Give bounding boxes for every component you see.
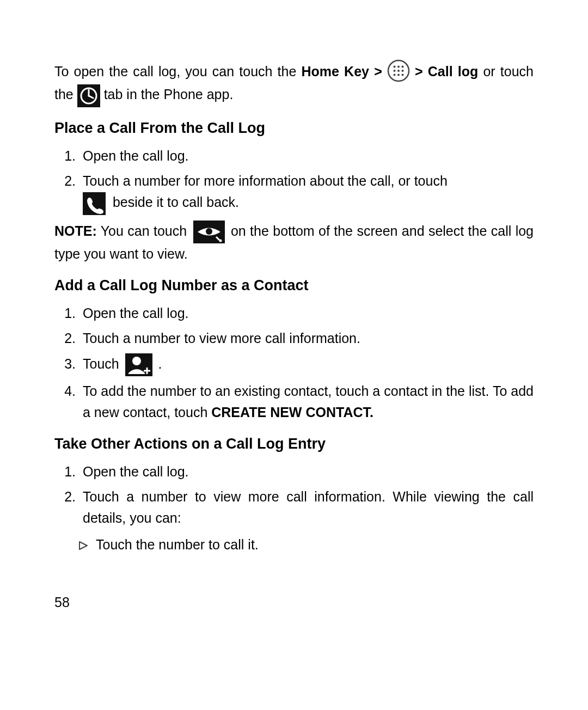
svg-point-1 [393, 66, 395, 68]
svg-point-8 [397, 74, 400, 76]
svg-point-17 [219, 239, 222, 242]
add-step-4: To add the number to an existing contact… [79, 381, 534, 423]
add-contact-steps: Open the call log. Touch a number to vie… [54, 303, 534, 423]
note-text-1: You can touch [97, 223, 191, 238]
triangle-bullet-icon [78, 541, 88, 550]
add-contact-icon [125, 353, 152, 376]
add-step-2: Touch a number to view more call informa… [79, 328, 534, 349]
intro-paragraph: To open the call log, you can touch the … [54, 61, 534, 107]
note-label: NOTE: [54, 223, 97, 238]
svg-point-6 [401, 70, 403, 72]
heading-add-contact: Add a Call Log Number as a Contact [54, 274, 534, 297]
place-call-steps: Open the call log. Touch a number for mo… [54, 145, 534, 215]
other-actions-steps: Open the call log. Touch a number to vie… [54, 461, 534, 529]
add-step-1: Open the call log. [79, 303, 534, 324]
add-step-4b: CREATE NEW CONTACT. [211, 405, 373, 420]
apps-menu-icon [387, 59, 410, 82]
page-number: 58 [54, 592, 70, 613]
place-step-1: Open the call log. [79, 145, 534, 167]
svg-point-16 [206, 228, 212, 235]
actions-sub-bullet: Touch the number to call it. [54, 534, 534, 555]
actions-step-2: Touch a number to view more call informa… [79, 486, 534, 529]
svg-point-3 [401, 66, 403, 68]
view-eye-icon [193, 221, 225, 243]
intro-call-log: > Call log [410, 64, 478, 79]
note-paragraph: NOTE: You can touch on the bottom of the… [54, 221, 534, 265]
add-step-3a: Touch [83, 356, 123, 371]
heading-place-call: Place a Call From the Call Log [54, 117, 534, 140]
actions-bullet-1: Touch the number to call it. [96, 537, 259, 552]
phone-handset-icon [83, 192, 106, 215]
intro-home-key: Home Key > [302, 64, 387, 79]
intro-text-1: To open the call log, you can touch the [54, 64, 302, 79]
clock-tab-icon [77, 84, 100, 107]
svg-point-4 [393, 70, 395, 72]
svg-point-5 [397, 70, 400, 72]
svg-point-9 [401, 74, 403, 76]
intro-tab-tail: tab in the Phone app. [100, 87, 234, 102]
svg-point-7 [393, 74, 395, 76]
svg-point-19 [132, 357, 141, 365]
svg-point-2 [397, 66, 400, 68]
add-step-3b: . [155, 356, 162, 371]
heading-other-actions: Take Other Actions on a Call Log Entry [54, 433, 534, 456]
actions-step-1: Open the call log. [79, 461, 534, 482]
place-step-2a: Touch a number for more information abou… [83, 173, 448, 188]
place-step-2: Touch a number for more information abou… [79, 170, 534, 215]
add-step-3: Touch . [79, 353, 534, 376]
place-step-2b: beside it to call back. [109, 194, 239, 210]
manual-page: To open the call log, you can touch the … [0, 0, 588, 710]
